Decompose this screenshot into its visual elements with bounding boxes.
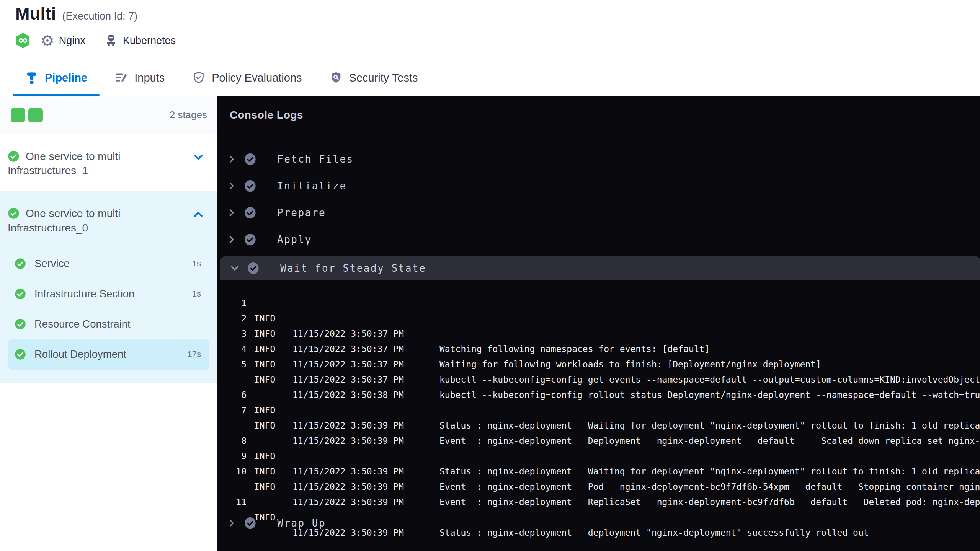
- environment-name[interactable]: Kubernetes: [123, 35, 176, 47]
- success-check-icon: [8, 150, 20, 162]
- console-steps-list: Fetch Files Initialize Prepare Apply Wai…: [217, 134, 980, 551]
- tab-label: Inputs: [134, 72, 165, 84]
- console-step-label: Wait for Steady State: [280, 262, 426, 274]
- step-success-check-icon: [244, 153, 256, 166]
- console-step-row[interactable]: Fetch Files: [217, 146, 980, 173]
- success-check-icon: [15, 288, 26, 300]
- stage-item[interactable]: One service to multi Infrastructures_0 S…: [0, 191, 217, 382]
- log-line: Done.: [217, 494, 980, 510]
- service-name[interactable]: Nginx: [59, 35, 85, 47]
- pipeline-icon: [25, 71, 38, 84]
- step-item[interactable]: Infrastructure Section 1s: [8, 279, 209, 309]
- log-line: 8 INFO 11/15/2022 3:50:39 PM Event : ngi…: [217, 418, 980, 433]
- stage-name: One service to multi Infrastructures_0: [8, 207, 120, 233]
- stage-status-squares: [11, 108, 43, 122]
- console-step-row[interactable]: Initialize: [217, 173, 980, 199]
- tab[interactable]: Security Tests: [316, 59, 432, 96]
- console-step-row[interactable]: Wrap Up: [217, 510, 980, 536]
- tab[interactable]: Inputs: [101, 59, 178, 96]
- success-check-icon: [8, 207, 20, 219]
- success-check-icon: [15, 349, 26, 360]
- stage-name: One service to multi Infrastructures_1: [8, 150, 120, 176]
- console-step-row[interactable]: Prepare: [217, 199, 980, 226]
- step-duration: 1s: [192, 289, 201, 299]
- chevron-down-icon[interactable]: [193, 152, 204, 166]
- success-check-icon: [15, 318, 26, 330]
- stage-count-label: 2 stages: [170, 109, 207, 121]
- stage-success-square: [28, 108, 43, 122]
- console-step-label: Apply: [277, 234, 312, 245]
- step-name: Service: [34, 258, 192, 270]
- chevron-right-icon[interactable]: [227, 154, 237, 164]
- log-line: 10 INFO 11/15/2022 3:50:39 PM: [217, 448, 980, 464]
- console-step: Apply: [217, 226, 980, 253]
- step-name: Resource Constraint: [34, 318, 201, 330]
- app-root: Multi (Execution Id: 7) ⚙ Nginx Kubernet…: [0, 0, 980, 551]
- step-item[interactable]: Service 1s: [8, 249, 209, 279]
- chevron-right-icon[interactable]: [227, 181, 237, 191]
- execution-id-label: (Execution Id: 7): [62, 10, 137, 22]
- stages-sidebar: 2 stages One service to multi Infrastruc…: [0, 96, 217, 551]
- console-step: Fetch Files: [217, 146, 980, 173]
- harness-cd-icon: [15, 32, 31, 49]
- console-step-row[interactable]: Wait for Steady State: [220, 256, 980, 280]
- log-line: 2 INFO 11/15/2022 3:50:37 PM Waiting for…: [217, 295, 980, 311]
- log-line: 7 INFO 11/15/2022 3:50:39 PM: [217, 387, 980, 403]
- log-line: 5 INFO 11/15/2022 3:50:38 PM: [217, 341, 980, 357]
- log-line: 6 INFO 11/15/2022 3:50:39 PM Event : ngi…: [217, 372, 980, 387]
- step-success-check-icon: [244, 207, 256, 219]
- step-success-check-icon: [247, 262, 260, 274]
- log-line: 1 INFO 11/15/2022 3:50:37 PM Watching fo…: [217, 280, 980, 295]
- chevron-right-icon[interactable]: [227, 208, 237, 218]
- step-item[interactable]: Resource Constraint: [8, 309, 209, 339]
- execution-meta-row: ⚙ Nginx Kubernetes: [15, 32, 980, 49]
- page-title: Multi: [15, 4, 56, 24]
- tab-label: Pipeline: [45, 72, 87, 84]
- stage-title: One service to multi Infrastructures_1: [8, 149, 209, 178]
- environment-icon: [104, 33, 118, 48]
- console-step-row[interactable]: Apply: [217, 226, 980, 253]
- main-split: 2 stages One service to multi Infrastruc…: [0, 96, 980, 551]
- console-step: Wait for Steady State 1 INFO 11/15/2022 …: [217, 256, 980, 510]
- stage-item[interactable]: One service to multi Infrastructures_1: [0, 134, 217, 191]
- log-line: 11 INFO 11/15/2022 3:50:39 PM: [217, 479, 980, 494]
- stage-title: One service to multi Infrastructures_0: [8, 206, 209, 235]
- step-duration: 1s: [192, 259, 201, 269]
- console-step-label: Initialize: [277, 180, 347, 192]
- step-item[interactable]: Rollout Deployment 17s: [8, 339, 209, 370]
- console-step-label: Wrap Up: [277, 517, 326, 529]
- service-gear-icon: ⚙: [41, 33, 54, 48]
- console-logs-title: Console Logs: [230, 109, 303, 121]
- step-name: Rollout Deployment: [34, 348, 188, 360]
- log-line: 3 INFO 11/15/2022 3:50:37 PM kubectl --k…: [217, 311, 980, 326]
- console-step-logs: 1 INFO 11/15/2022 3:50:37 PM Watching fo…: [217, 280, 980, 510]
- title-row: Multi (Execution Id: 7): [15, 4, 980, 24]
- tab[interactable]: Pipeline: [11, 59, 101, 96]
- stage-list: One service to multi Infrastructures_1 O…: [0, 134, 217, 383]
- chevron-up-icon[interactable]: [193, 209, 204, 223]
- step-name: Infrastructure Section: [34, 288, 192, 300]
- stage-steps: Service 1s Infrastructure Section 1s Res…: [8, 249, 209, 370]
- log-line: Status : nginx-deployment Waiting for de…: [217, 357, 980, 372]
- stage-summary-bar: 2 stages: [0, 96, 217, 134]
- chevron-down-icon[interactable]: [230, 263, 240, 273]
- log-line: Status : nginx-deployment deployment "ng…: [217, 464, 980, 479]
- console-logs-panel: Console Logs Fetch Files Initialize Prep…: [217, 96, 980, 551]
- stage-success-square: [11, 108, 25, 122]
- tab-label: Policy Evaluations: [212, 72, 302, 84]
- success-check-icon: [15, 258, 26, 269]
- log-line: 9 INFO 11/15/2022 3:50:39 PM Event : ngi…: [217, 433, 980, 448]
- console-step: Wrap Up: [217, 510, 980, 536]
- tab[interactable]: Policy Evaluations: [178, 59, 315, 96]
- step-success-check-icon: [244, 517, 256, 530]
- chevron-right-icon[interactable]: [227, 235, 237, 245]
- tab-label: Security Tests: [349, 72, 418, 84]
- log-line: Status : nginx-deployment Waiting for de…: [217, 403, 980, 418]
- chevron-right-icon[interactable]: [227, 518, 237, 528]
- execution-header: Multi (Execution Id: 7) ⚙ Nginx Kubernet…: [0, 0, 980, 59]
- console-step: Initialize: [217, 173, 980, 199]
- console-logs-header: Console Logs: [217, 96, 980, 134]
- policy-shield-check-icon: [192, 71, 205, 84]
- step-success-check-icon: [244, 233, 256, 246]
- console-step-label: Prepare: [277, 207, 326, 218]
